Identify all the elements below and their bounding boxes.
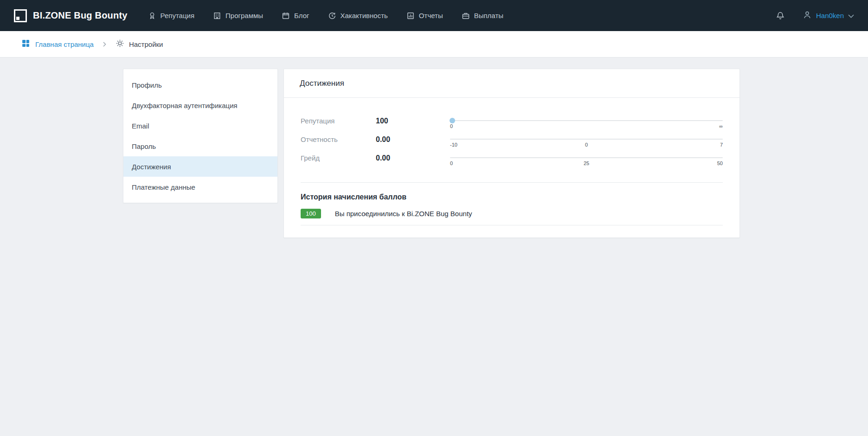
menu-item-2fa[interactable]: Двухфакторная аутентификация	[123, 95, 277, 115]
points-badge: 100	[301, 209, 321, 218]
navbar-right: Han0ken	[776, 10, 854, 21]
history-entry-text: Вы присоединились к Bi.ZONE Bug Bounty	[335, 210, 472, 218]
username-label: Han0ken	[816, 12, 844, 19]
metrics-section: Репутация 100 0 ∞ Отчетность 0.00 -10 0 …	[284, 98, 739, 182]
scale-max: 50	[717, 160, 723, 166]
breadcrumb-chevron-icon	[103, 42, 106, 47]
slider-thumb	[450, 118, 455, 123]
settings-menu: Профиль Двухфакторная аутентификация Ema…	[123, 69, 278, 203]
bizone-logo-icon	[14, 9, 27, 22]
nav-item-label: Отчеты	[419, 12, 443, 19]
nav-item-reputation[interactable]: Репутация	[148, 12, 194, 20]
scale-max: 7	[720, 142, 723, 147]
nav-item-label: Репутация	[161, 12, 194, 19]
nav-item-label: Хакактивность	[341, 12, 388, 19]
breadcrumb-current-label: Настройки	[129, 40, 163, 48]
history-entry: 100 Вы присоединились к Bi.ZONE Bug Boun…	[301, 209, 723, 225]
breadcrumb-home-link[interactable]: Главная страница	[21, 39, 94, 49]
notifications-bell-icon[interactable]	[776, 11, 785, 20]
menu-item-achievements[interactable]: Достижения	[123, 156, 277, 177]
scale-mid: 25	[584, 160, 589, 166]
metric-label: Репутация	[301, 116, 376, 126]
nav-item-reports[interactable]: Отчеты	[406, 12, 443, 20]
metric-label: Отчетность	[301, 135, 376, 144]
scale-max: ∞	[719, 123, 723, 129]
metric-row-reputation: Репутация 100 0 ∞	[301, 116, 723, 135]
menu-item-label: Пароль	[132, 142, 156, 150]
menu-item-email[interactable]: Email	[123, 115, 277, 136]
metric-value: 0.00	[376, 154, 450, 163]
gear-icon	[116, 39, 124, 49]
scale-min: 0	[450, 123, 453, 129]
scale-mid: 0	[585, 142, 588, 147]
nav-item-hackactivity[interactable]: Хакактивность	[328, 12, 388, 20]
user-menu[interactable]: Han0ken	[803, 10, 854, 21]
nav-item-label: Выплаты	[474, 12, 503, 19]
reputation-icon	[148, 12, 156, 20]
metric-slider: 0 25 50	[450, 157, 723, 158]
brand-title: BI.ZONE Bug Bounty	[33, 10, 128, 21]
breadcrumb: Главная страница Настройки	[0, 31, 868, 58]
nav-item-label: Блог	[294, 12, 309, 19]
reports-icon	[406, 12, 415, 20]
section-divider	[301, 182, 723, 183]
menu-item-profile[interactable]: Профиль	[123, 75, 277, 95]
menu-item-label: Профиль	[132, 81, 162, 89]
menu-item-label: Достижения	[132, 163, 171, 171]
menu-item-label: Двухфакторная аутентификация	[132, 102, 238, 109]
nav-item-label: Программы	[225, 12, 263, 19]
metric-slider: -10 0 7	[450, 139, 723, 140]
history-title: История начисления баллов	[301, 193, 723, 201]
metric-label: Грейд	[301, 154, 376, 163]
menu-item-label: Email	[132, 122, 149, 130]
menu-item-payment-details[interactable]: Платежные данные	[123, 177, 277, 197]
programs-icon	[213, 12, 221, 20]
breadcrumb-current: Настройки	[116, 39, 163, 49]
top-navbar: BI.ZONE Bug Bounty Репутация Программы Б…	[0, 0, 868, 31]
brand-logo[interactable]: BI.ZONE Bug Bounty	[14, 9, 128, 22]
metric-value: 100	[376, 116, 450, 126]
slider-track	[450, 157, 723, 158]
menu-item-password[interactable]: Пароль	[123, 136, 277, 156]
metric-row-reporting: Отчетность 0.00 -10 0 7	[301, 135, 723, 154]
hackactivity-icon	[328, 12, 336, 20]
slider-track	[450, 120, 723, 121]
metric-value: 0.00	[376, 135, 450, 144]
panel-title: Достижения	[284, 69, 739, 98]
user-icon	[803, 10, 812, 21]
metric-slider: 0 ∞	[450, 120, 723, 121]
main-nav: Репутация Программы Блог Хакактивность О…	[148, 12, 776, 20]
chevron-down-icon	[848, 12, 854, 20]
payouts-icon	[462, 12, 470, 20]
achievements-panel: Достижения Репутация 100 0 ∞ Отчетность …	[283, 69, 740, 238]
metric-row-grade: Грейд 0.00 0 25 50	[301, 154, 723, 172]
menu-item-label: Платежные данные	[132, 183, 195, 191]
home-grid-icon	[21, 39, 30, 49]
nav-item-programs[interactable]: Программы	[213, 12, 263, 20]
scale-min: -10	[450, 142, 457, 147]
breadcrumb-home-label: Главная страница	[35, 40, 94, 48]
nav-item-payouts[interactable]: Выплаты	[462, 12, 503, 20]
blog-icon	[282, 12, 290, 20]
slider-track	[450, 139, 723, 140]
scale-min: 0	[450, 160, 453, 166]
nav-item-blog[interactable]: Блог	[282, 12, 309, 20]
